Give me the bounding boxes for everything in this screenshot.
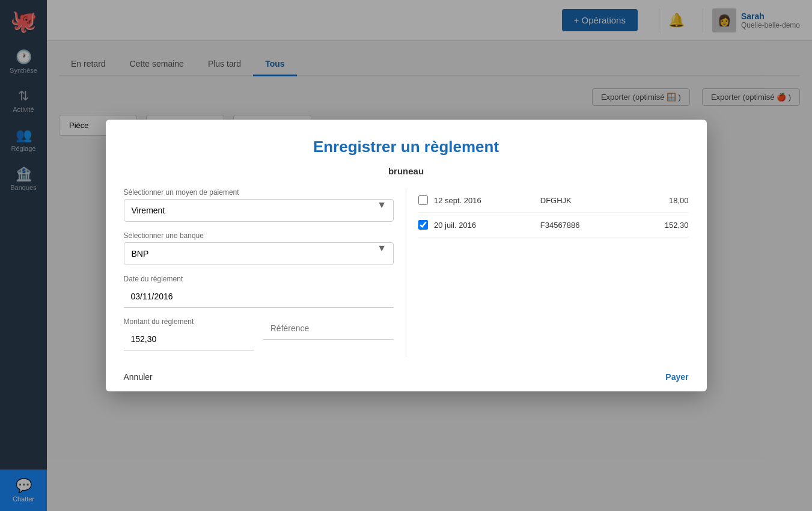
reference-input[interactable] xyxy=(263,317,394,340)
reference-wrapper xyxy=(263,317,394,350)
modal-form: Sélectionner un moyen de paiement Vireme… xyxy=(124,188,407,356)
date-wrapper: Date du règlement xyxy=(124,275,394,308)
bank-wrapper: Sélectionner une banque BNP ▼ xyxy=(124,231,394,265)
bank-label: Sélectionner une banque xyxy=(124,231,394,240)
invoice-ref-1: DFGHJK xyxy=(540,196,641,205)
modal-body: Sélectionner un moyen de paiement Vireme… xyxy=(124,188,689,356)
invoice-checkbox-1[interactable] xyxy=(418,195,428,205)
invoice-row-1: 12 sept. 2016 DFGHJK 18,00 xyxy=(418,188,689,213)
modal-subtitle: bruneau xyxy=(124,166,689,176)
invoice-date-2: 20 juil. 2016 xyxy=(434,221,534,230)
invoice-amount-1: 18,00 xyxy=(647,196,689,205)
payment-method-label: Sélectionner un moyen de paiement xyxy=(124,188,394,197)
pay-button[interactable]: Payer xyxy=(665,372,688,382)
amount-label: Montant du règlement xyxy=(124,317,254,326)
amount-wrapper: Montant du règlement xyxy=(124,317,254,350)
cancel-button[interactable]: Annuler xyxy=(124,372,153,382)
modal-overlay[interactable]: Enregistrer un règlement bruneau Sélecti… xyxy=(0,0,812,511)
modal-footer: Annuler Payer xyxy=(124,363,689,391)
invoice-checkbox-2[interactable] xyxy=(418,220,428,230)
amount-input[interactable] xyxy=(124,328,254,350)
modal-title: Enregistrer un règlement xyxy=(124,138,689,156)
bank-select[interactable]: BNP xyxy=(124,242,394,265)
amount-ref-row: Montant du règlement xyxy=(124,317,394,350)
payment-method-select[interactable]: Virement xyxy=(124,199,394,222)
date-input[interactable] xyxy=(124,286,394,308)
payment-modal: Enregistrer un règlement bruneau Sélecti… xyxy=(106,120,707,391)
invoice-date-1: 12 sept. 2016 xyxy=(434,196,534,205)
invoice-list: 12 sept. 2016 DFGHJK 18,00 20 juil. 2016… xyxy=(406,188,689,356)
payment-method-wrapper: Sélectionner un moyen de paiement Vireme… xyxy=(124,188,394,222)
date-label: Date du règlement xyxy=(124,275,394,283)
invoice-row-2: 20 juil. 2016 F34567886 152,30 xyxy=(418,213,689,237)
invoice-ref-2: F34567886 xyxy=(540,221,641,230)
invoice-amount-2: 152,30 xyxy=(647,221,689,230)
